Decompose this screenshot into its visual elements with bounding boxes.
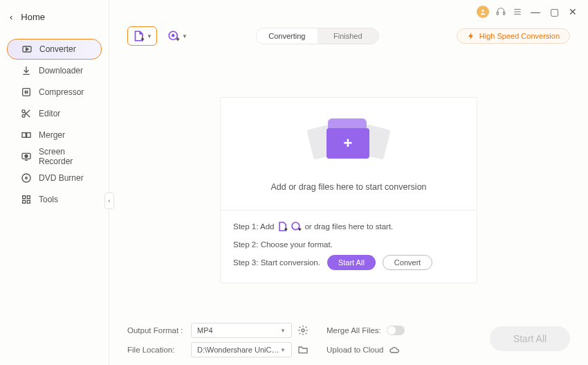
toolbar: ▼ ▼ Converting Finished High Speed Conve…	[109, 24, 588, 53]
sidebar-item-label: Compressor	[39, 87, 84, 97]
svg-point-3	[22, 114, 25, 117]
speed-badge-label: High Speed Conversion	[479, 32, 560, 40]
tab-finished[interactable]: Finished	[318, 28, 378, 44]
sidebar-item-merger[interactable]: Merger	[7, 125, 102, 145]
sidebar-item-label: Merger	[39, 130, 65, 140]
svg-point-22	[292, 222, 300, 230]
title-bar: — ▢ ✕	[109, 0, 588, 24]
svg-rect-16	[504, 12, 505, 15]
svg-point-14	[481, 10, 484, 12]
sidebar-item-tools[interactable]: Tools	[7, 189, 102, 210]
svg-point-2	[22, 110, 25, 113]
output-format-label: Output Format :	[127, 326, 185, 335]
lightning-icon	[467, 32, 475, 40]
svg-point-8	[22, 174, 30, 182]
sidebar-item-label: DVD Burner	[39, 173, 84, 183]
sidebar-item-compressor[interactable]: Compressor	[7, 82, 102, 103]
add-dvd-icon	[291, 221, 302, 232]
download-icon	[21, 65, 32, 76]
video-convert-icon	[21, 44, 33, 55]
sidebar-item-label: Screen Recorder	[39, 147, 93, 166]
file-location-value: D:\Wondershare UniConverter 1	[197, 346, 280, 354]
record-icon	[21, 151, 32, 162]
svg-rect-10	[23, 196, 26, 199]
home-button[interactable]: ‹ Home	[0, 0, 109, 33]
sidebar-item-downloader[interactable]: Downloader	[7, 60, 102, 81]
start-all-pill-button[interactable]: Start All	[327, 255, 376, 270]
compress-icon	[21, 87, 32, 98]
add-file-icon	[132, 30, 145, 42]
svg-point-9	[26, 177, 28, 179]
add-dvd-button[interactable]: ▼	[163, 26, 192, 46]
svg-point-21	[172, 35, 174, 37]
instruction-steps: Step 1: Add or drag files here to start.…	[221, 210, 477, 283]
menu-icon[interactable]	[513, 7, 522, 17]
step-1: Step 1: Add or drag files here to start.	[233, 217, 464, 235]
file-location-select[interactable]: D:\Wondershare UniConverter 1 ▼	[191, 342, 292, 357]
settings-gear-icon[interactable]	[297, 325, 309, 336]
add-dvd-icon	[167, 30, 180, 42]
merge-icon	[21, 130, 32, 141]
minimize-button[interactable]: —	[529, 6, 542, 17]
svg-rect-4	[22, 133, 26, 138]
svg-rect-13	[27, 200, 30, 203]
open-folder-icon[interactable]	[297, 344, 309, 355]
step-3: Step 3: Start conversion. Start All Conv…	[233, 253, 464, 271]
sidebar-item-screen-recorder[interactable]: Screen Recorder	[7, 146, 102, 167]
svg-rect-12	[23, 200, 26, 203]
sidebar-item-label: Editor	[39, 109, 60, 118]
step1-suffix: or drag files here to start.	[304, 222, 393, 231]
main-panel: — ▢ ✕ ▼ ▼ Conver	[109, 0, 588, 365]
dropzone-message: Add or drag files here to start conversi…	[229, 182, 468, 192]
drop-zone[interactable]: + Add or drag files here to start conver…	[220, 97, 477, 283]
footer: Output Format : MP4 ▼ Merge All Files:	[109, 321, 588, 359]
home-label: Home	[21, 12, 45, 22]
sidebar-item-label: Converter	[39, 44, 76, 54]
svg-rect-11	[27, 196, 30, 199]
step-2: Step 2: Choose your format.	[233, 235, 464, 253]
chevron-down-icon: ▼	[182, 33, 187, 39]
step3-text: Step 3: Start conversion.	[233, 258, 320, 267]
headset-icon[interactable]	[496, 7, 506, 17]
disc-icon	[21, 172, 32, 184]
sidebar-item-label: Downloader	[39, 66, 83, 75]
maximize-button[interactable]: ▢	[549, 6, 560, 17]
add-file-button[interactable]: ▼	[127, 26, 157, 46]
folder-plus-icon: +	[307, 117, 390, 170]
close-button[interactable]: ✕	[567, 6, 578, 17]
file-location-label: File Location:	[127, 346, 185, 354]
output-format-value: MP4	[197, 326, 213, 335]
upload-label: Upload to Cloud	[327, 346, 383, 354]
high-speed-badge[interactable]: High Speed Conversion	[457, 28, 570, 44]
sidebar-item-converter[interactable]: Converter	[7, 39, 102, 60]
tab-converting[interactable]: Converting	[257, 28, 318, 44]
chevron-down-icon: ▼	[280, 328, 286, 334]
sidebar-item-label: Tools	[39, 195, 58, 204]
back-chevron-icon: ‹	[10, 12, 12, 22]
scissors-icon	[21, 108, 32, 119]
status-tabs: Converting Finished	[256, 28, 379, 44]
svg-point-7	[25, 154, 28, 157]
step1-prefix: Step 1: Add	[233, 222, 274, 231]
add-file-icon	[277, 221, 288, 232]
grid-icon	[21, 194, 32, 205]
sidebar-item-editor[interactable]: Editor	[7, 103, 102, 124]
chevron-down-icon: ▼	[147, 33, 152, 39]
output-format-select[interactable]: MP4 ▼	[191, 323, 292, 338]
merge-label: Merge All Files:	[327, 326, 381, 335]
chevron-down-icon: ▼	[280, 347, 286, 353]
convert-pill-button[interactable]: Convert	[383, 255, 433, 270]
svg-point-23	[302, 329, 304, 332]
sidebar-item-dvd-burner[interactable]: DVD Burner	[7, 168, 102, 188]
start-all-button[interactable]: Start All	[490, 326, 570, 351]
svg-rect-5	[27, 133, 30, 138]
user-avatar[interactable]	[477, 6, 489, 18]
cloud-icon[interactable]	[389, 344, 400, 355]
sidebar: ‹ Home ConverterDownloaderCompressorEdit…	[0, 0, 109, 365]
merge-toggle[interactable]	[387, 326, 405, 335]
svg-rect-15	[497, 12, 498, 15]
